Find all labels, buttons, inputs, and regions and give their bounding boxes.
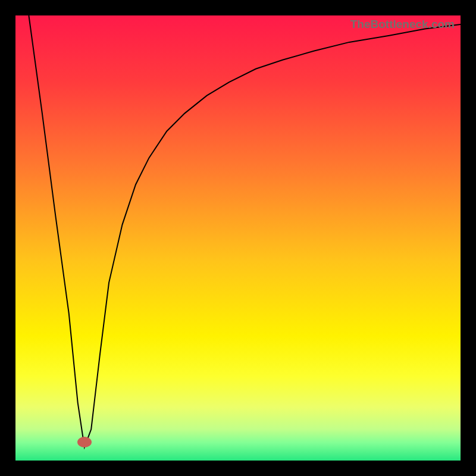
- attribution-text: TheBottleneck.com: [350, 18, 455, 31]
- chart-frame: TheBottleneck.com: [0, 0, 476, 476]
- bottleneck-curve: [15, 15, 461, 461]
- plot-area: TheBottleneck.com: [15, 15, 461, 461]
- optimum-marker: [77, 437, 92, 447]
